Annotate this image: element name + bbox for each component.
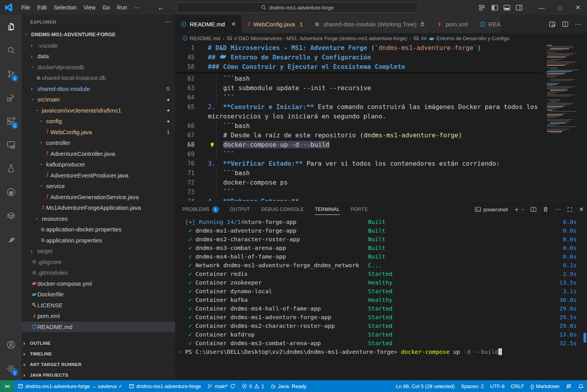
breadcrumb[interactable]: README.md›# D&D Microservices - MS1: Adv… (175, 33, 587, 43)
tree-item-kafka-producer[interactable]: ⌄kafka\producer (22, 159, 175, 170)
command-center-search[interactable]: dndms-ms1-adventure-forge (176, 2, 418, 13)
menu-view[interactable]: View (80, 2, 99, 13)
activitybar-run-debug[interactable] (0, 86, 22, 109)
tab-webconfig-java[interactable]: JWebConfig.java1 (242, 15, 309, 33)
tree-item-data[interactable]: ›data (22, 51, 175, 62)
activitybar-account[interactable] (0, 333, 22, 357)
tree-root[interactable]: ⌄DNDMS-MS1-ADVENTURE-FORGE (22, 29, 175, 40)
close-icon[interactable]: ✕ (579, 206, 584, 213)
menu-go[interactable]: Go (99, 2, 113, 13)
menu-selection[interactable]: Selection (50, 2, 80, 13)
tab-pom-xml[interactable]: pom.xml (431, 15, 474, 33)
activitybar-remote-explorer[interactable] (0, 133, 22, 157)
panel-tab-debug-console[interactable]: DEBUG CONSOLE (261, 201, 304, 218)
tree-item-resources[interactable]: ⌄resources (22, 213, 175, 224)
tree-item-shared-local-instance-db[interactable]: shared-local-instance.db (22, 72, 175, 83)
activitybar-extensions[interactable]: 1 (0, 109, 22, 133)
status-copilot-disabled-icon[interactable] (563, 380, 575, 392)
tree-item-dockerfile[interactable]: Dockerfile (22, 289, 175, 300)
status-main-[interactable]: main* (204, 380, 238, 392)
tree-item-adventureeventproducer-java[interactable]: JAdventureEventProducer.java (22, 170, 175, 181)
status-java-[interactable]: Java: Ready (267, 380, 309, 392)
tab-shared-dtos-module-working-tree-[interactable]: shared-dtos-module (Working Tree) (309, 15, 431, 33)
split-icon[interactable] (530, 206, 537, 213)
toggle-secondary-sidebar-icon[interactable] (516, 4, 522, 11)
section-java-projects[interactable]: ›JAVA PROJECTS (22, 370, 175, 380)
trash-icon[interactable] (543, 206, 549, 213)
tree-item-docker-compose-yml[interactable]: docker-compose.yml (22, 278, 175, 289)
activitybar-explorer[interactable] (0, 15, 22, 39)
tree-item-application-docker-properties[interactable]: application-docker.properties (22, 224, 175, 235)
tree-item-readme-md[interactable]: README.md (22, 322, 175, 333)
status-spaces-[interactable]: Spaces: 2 (458, 380, 487, 392)
tree-item-shared-dtos-module[interactable]: ›shared-dtos-moduleS (22, 83, 175, 94)
terminal[interactable]: [+] Running 14/14nture-forge-appBuilt0.0… (175, 218, 587, 380)
section-outline[interactable]: ›OUTLINE (22, 338, 175, 348)
section-ant-target-runner[interactable]: ›ANT TARGET RUNNER (22, 359, 175, 370)
ellipsis-icon[interactable]: ⋯ (575, 20, 581, 28)
activitybar-kangaroo[interactable] (0, 227, 22, 251)
close-button[interactable]: ✕ (569, 0, 587, 15)
status-bell-icon[interactable] (575, 380, 587, 392)
activitybar-github[interactable] (0, 180, 22, 204)
status-markdown[interactable]: {}Markdown (527, 380, 563, 392)
breadcrumb-item[interactable]: # D&D Microservices - MS1: Adventure For… (227, 35, 407, 41)
status-ln[interactable]: Ln 68, Col 5 (28 selected) (393, 380, 458, 392)
tree-item-adventuregenerationservice-java[interactable]: JAdventureGenerationService.java (22, 192, 175, 203)
tree-item-controller[interactable]: ⌄controller (22, 137, 175, 148)
menu-run[interactable]: Run (113, 2, 131, 13)
plus-icon[interactable] (514, 207, 520, 213)
tree-item-ms1adventureforgeapplication-java[interactable]: JMs1AdventureForgeApplication.java (22, 202, 175, 213)
menu-file[interactable]: File (18, 2, 34, 13)
maximize-panel-icon[interactable] (567, 207, 573, 213)
tree-item-license[interactable]: LICENSE (22, 300, 175, 311)
tree-item--gitignore[interactable]: .gitignore (22, 257, 175, 268)
tree-item--gitmodules[interactable]: .gitmodules (22, 267, 175, 278)
maximize-button[interactable]: □ (551, 0, 569, 15)
status-utf-8[interactable]: UTF-8 (487, 380, 508, 392)
status-dndms-ms1-adventure-forge[interactable]: dndms-ms1-adventure-forge → xavierux ✓ (15, 380, 126, 392)
tree-item-webconfig-java[interactable]: JWebConfig.java1 (22, 127, 175, 138)
lightbulb-icon[interactable] (209, 142, 215, 148)
status-0[interactable]: 01 (239, 380, 267, 392)
tree-item-target[interactable]: ›target (22, 246, 175, 257)
status-crlf[interactable]: CRLF (507, 380, 527, 392)
menu-⋯[interactable]: ⋯ (131, 2, 143, 13)
status-dndms-ms1-adventure-forge[interactable]: dndms-ms1-adventure-forge (126, 380, 204, 392)
close-tab-icon[interactable]: ✕ (231, 21, 236, 27)
tree-item-application-properties[interactable]: application.properties (22, 235, 175, 246)
section-timeline[interactable]: ›TIMELINE (22, 348, 175, 359)
split-pencil-icon[interactable] (549, 21, 556, 28)
activitybar-testing[interactable] (0, 157, 22, 180)
toggle-sidebar-icon[interactable] (491, 4, 498, 11)
tree-item-pom-xml[interactable]: pom.xml (22, 311, 175, 322)
tab-readme-md[interactable]: README.md✕ (175, 15, 242, 33)
activitybar-source-control[interactable]: 1 (0, 62, 22, 86)
back-arrow-icon[interactable]: ← (157, 4, 165, 12)
activitybar-search[interactable] (0, 39, 22, 62)
terminal-prompt[interactable]: ○PS C:\Users\DELL\Desktop\xv2\dndms\dndm… (175, 348, 587, 356)
chevron-down-icon[interactable] (520, 207, 525, 212)
menu-edit[interactable]: Edit (34, 2, 50, 13)
terminal-shell-select[interactable]: powershell (475, 206, 508, 213)
customize-layout-icon[interactable] (479, 4, 486, 11)
activitybar-settings[interactable]: 1 (0, 357, 22, 380)
tree-item-src-main[interactable]: ⌄src\main● (22, 94, 175, 105)
activitybar-docker[interactable] (0, 204, 22, 227)
layout-controls[interactable] (479, 4, 522, 11)
explorer-more-actions-icon[interactable]: ⋯ (165, 18, 170, 26)
tree-item-docker-dynamodb[interactable]: ⌄docker\dynamodb (22, 62, 175, 73)
editor[interactable]: 1# D&D Microservices - MS1: Adventure Fo… (175, 43, 587, 201)
split-icon[interactable] (562, 21, 568, 28)
tab-rea[interactable]: REA (474, 15, 501, 33)
panel-tab-output[interactable]: OUTPUT (230, 201, 250, 218)
panel-tab-ports[interactable]: PORTS (351, 201, 368, 218)
panel-tab-problems[interactable]: PROBLEMS1 (182, 201, 219, 218)
minimize-button[interactable]: — (533, 0, 551, 15)
minimap[interactable] (543, 43, 587, 201)
tree-item-adventurecontroller-java[interactable]: JAdventureController.java (22, 148, 175, 159)
ellipsis-icon[interactable]: ⋯ (555, 206, 561, 213)
tree-item-java-com-xvclemente-dnd-ms1[interactable]: ⌄java\com\xvclemente\dnd\ms1● (22, 105, 175, 116)
breadcrumb-item[interactable]: ## Entorno de Desarrollo y Configu (413, 35, 509, 41)
toggle-panel-icon[interactable] (504, 4, 510, 11)
